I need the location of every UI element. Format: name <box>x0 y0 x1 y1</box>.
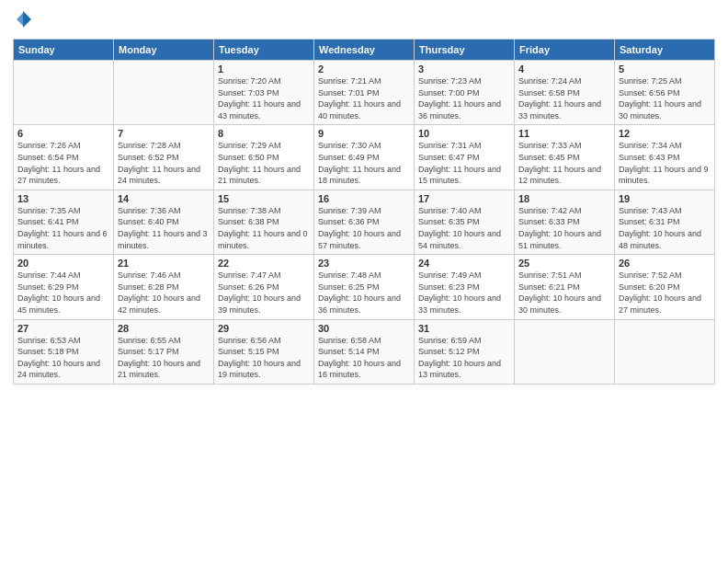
calendar-cell: 24Sunrise: 7:49 AMSunset: 6:23 PMDayligh… <box>415 255 515 319</box>
day-number: 27 <box>17 323 109 334</box>
day-info: Sunrise: 7:30 AMSunset: 6:49 PMDaylight:… <box>318 140 410 186</box>
calendar-cell: 22Sunrise: 7:47 AMSunset: 6:26 PMDayligh… <box>214 255 314 319</box>
calendar-cell: 6Sunrise: 7:26 AMSunset: 6:54 PMDaylight… <box>14 125 114 190</box>
day-info: Sunrise: 7:31 AMSunset: 6:47 PMDaylight:… <box>418 140 510 186</box>
day-number: 11 <box>518 128 610 139</box>
logo <box>13 9 31 31</box>
day-number: 31 <box>418 323 510 334</box>
day-number: 14 <box>118 193 210 204</box>
calendar-cell: 14Sunrise: 7:36 AMSunset: 6:40 PMDayligh… <box>114 190 214 254</box>
weekday-header-monday: Monday <box>114 40 214 61</box>
day-number: 10 <box>418 128 510 139</box>
weekday-header-wednesday: Wednesday <box>314 40 415 61</box>
day-info: Sunrise: 7:51 AMSunset: 6:21 PMDaylight:… <box>518 270 610 316</box>
day-number: 24 <box>418 258 510 269</box>
day-number: 5 <box>619 63 711 75</box>
day-number: 21 <box>118 258 210 269</box>
calendar-cell <box>615 319 715 384</box>
day-number: 18 <box>518 193 610 204</box>
calendar-cell: 8Sunrise: 7:29 AMSunset: 6:50 PMDaylight… <box>214 125 314 190</box>
day-number: 4 <box>518 63 610 75</box>
calendar-cell: 18Sunrise: 7:42 AMSunset: 6:33 PMDayligh… <box>515 190 615 254</box>
day-number: 20 <box>17 258 109 269</box>
day-info: Sunrise: 6:55 AMSunset: 5:17 PMDaylight:… <box>118 335 210 381</box>
day-info: Sunrise: 7:49 AMSunset: 6:23 PMDaylight:… <box>418 270 510 316</box>
day-number: 7 <box>118 128 210 139</box>
day-number: 28 <box>118 323 210 334</box>
day-info: Sunrise: 7:38 AMSunset: 6:38 PMDaylight:… <box>218 205 310 251</box>
calendar-week-5: 27Sunrise: 6:53 AMSunset: 5:18 PMDayligh… <box>14 319 715 384</box>
day-number: 23 <box>318 258 410 269</box>
calendar-cell <box>114 61 214 125</box>
calendar-cell: 7Sunrise: 7:28 AMSunset: 6:52 PMDaylight… <box>114 125 214 190</box>
calendar-cell: 19Sunrise: 7:43 AMSunset: 6:31 PMDayligh… <box>615 190 715 254</box>
day-info: Sunrise: 6:58 AMSunset: 5:14 PMDaylight:… <box>318 335 410 381</box>
weekday-header-row: SundayMondayTuesdayWednesdayThursdayFrid… <box>14 40 715 61</box>
calendar-cell: 1Sunrise: 7:20 AMSunset: 7:03 PMDaylight… <box>214 61 314 125</box>
day-info: Sunrise: 7:48 AMSunset: 6:25 PMDaylight:… <box>318 270 410 316</box>
day-info: Sunrise: 7:28 AMSunset: 6:52 PMDaylight:… <box>118 140 210 186</box>
day-info: Sunrise: 7:47 AMSunset: 6:26 PMDaylight:… <box>218 270 310 316</box>
calendar-container: SundayMondayTuesdayWednesdayThursdayFrid… <box>0 0 728 563</box>
calendar-cell: 31Sunrise: 6:59 AMSunset: 5:12 PMDayligh… <box>415 319 515 384</box>
weekday-header-thursday: Thursday <box>415 40 515 61</box>
day-info: Sunrise: 7:25 AMSunset: 6:56 PMDaylight:… <box>619 75 711 121</box>
day-info: Sunrise: 7:20 AMSunset: 7:03 PMDaylight:… <box>218 75 310 121</box>
calendar-cell: 21Sunrise: 7:46 AMSunset: 6:28 PMDayligh… <box>114 255 214 319</box>
calendar-cell: 30Sunrise: 6:58 AMSunset: 5:14 PMDayligh… <box>314 319 415 384</box>
calendar-cell <box>14 61 114 125</box>
day-number: 6 <box>17 128 109 139</box>
calendar-cell: 13Sunrise: 7:35 AMSunset: 6:41 PMDayligh… <box>14 190 114 254</box>
calendar-cell: 27Sunrise: 6:53 AMSunset: 5:18 PMDayligh… <box>14 319 114 384</box>
header <box>13 9 715 31</box>
calendar-cell <box>515 319 615 384</box>
calendar-week-1: 1Sunrise: 7:20 AMSunset: 7:03 PMDaylight… <box>14 61 715 125</box>
day-number: 12 <box>619 128 711 139</box>
day-number: 19 <box>619 193 711 204</box>
day-number: 9 <box>318 128 410 139</box>
calendar-week-4: 20Sunrise: 7:44 AMSunset: 6:29 PMDayligh… <box>14 255 715 319</box>
day-number: 16 <box>318 193 410 204</box>
day-info: Sunrise: 7:44 AMSunset: 6:29 PMDaylight:… <box>17 270 109 316</box>
calendar-table: SundayMondayTuesdayWednesdayThursdayFrid… <box>13 39 715 385</box>
day-number: 13 <box>17 193 109 204</box>
day-info: Sunrise: 7:34 AMSunset: 6:43 PMDaylight:… <box>619 140 711 186</box>
day-info: Sunrise: 7:24 AMSunset: 6:58 PMDaylight:… <box>518 75 610 121</box>
calendar-cell: 28Sunrise: 6:55 AMSunset: 5:17 PMDayligh… <box>114 319 214 384</box>
calendar-cell: 3Sunrise: 7:23 AMSunset: 7:00 PMDaylight… <box>415 61 515 125</box>
calendar-cell: 17Sunrise: 7:40 AMSunset: 6:35 PMDayligh… <box>415 190 515 254</box>
weekday-header-saturday: Saturday <box>615 40 715 61</box>
weekday-header-sunday: Sunday <box>14 40 114 61</box>
calendar-week-2: 6Sunrise: 7:26 AMSunset: 6:54 PMDaylight… <box>14 125 715 190</box>
day-info: Sunrise: 6:56 AMSunset: 5:15 PMDaylight:… <box>218 335 310 381</box>
day-info: Sunrise: 7:40 AMSunset: 6:35 PMDaylight:… <box>418 205 510 251</box>
calendar-week-3: 13Sunrise: 7:35 AMSunset: 6:41 PMDayligh… <box>14 190 715 254</box>
calendar-cell: 23Sunrise: 7:48 AMSunset: 6:25 PMDayligh… <box>314 255 415 319</box>
day-info: Sunrise: 7:23 AMSunset: 7:00 PMDaylight:… <box>418 75 510 121</box>
day-number: 17 <box>418 193 510 204</box>
svg-marker-1 <box>23 11 31 28</box>
day-number: 26 <box>619 258 711 269</box>
day-info: Sunrise: 7:36 AMSunset: 6:40 PMDaylight:… <box>118 205 210 251</box>
weekday-header-tuesday: Tuesday <box>214 40 314 61</box>
day-info: Sunrise: 7:39 AMSunset: 6:36 PMDaylight:… <box>318 205 410 251</box>
calendar-cell: 9Sunrise: 7:30 AMSunset: 6:49 PMDaylight… <box>314 125 415 190</box>
day-info: Sunrise: 7:29 AMSunset: 6:50 PMDaylight:… <box>218 140 310 186</box>
logo-icon <box>15 11 31 31</box>
calendar-cell: 5Sunrise: 7:25 AMSunset: 6:56 PMDaylight… <box>615 61 715 125</box>
day-number: 8 <box>218 128 310 139</box>
day-info: Sunrise: 7:46 AMSunset: 6:28 PMDaylight:… <box>118 270 210 316</box>
calendar-cell: 11Sunrise: 7:33 AMSunset: 6:45 PMDayligh… <box>515 125 615 190</box>
calendar-cell: 12Sunrise: 7:34 AMSunset: 6:43 PMDayligh… <box>615 125 715 190</box>
day-number: 15 <box>218 193 310 204</box>
day-info: Sunrise: 7:26 AMSunset: 6:54 PMDaylight:… <box>17 140 109 186</box>
day-number: 1 <box>218 63 310 75</box>
calendar-cell: 10Sunrise: 7:31 AMSunset: 6:47 PMDayligh… <box>415 125 515 190</box>
day-number: 25 <box>518 258 610 269</box>
day-info: Sunrise: 7:33 AMSunset: 6:45 PMDaylight:… <box>518 140 610 186</box>
day-number: 22 <box>218 258 310 269</box>
day-info: Sunrise: 7:35 AMSunset: 6:41 PMDaylight:… <box>17 205 109 251</box>
day-number: 30 <box>318 323 410 334</box>
weekday-header-friday: Friday <box>515 40 615 61</box>
day-number: 29 <box>218 323 310 334</box>
